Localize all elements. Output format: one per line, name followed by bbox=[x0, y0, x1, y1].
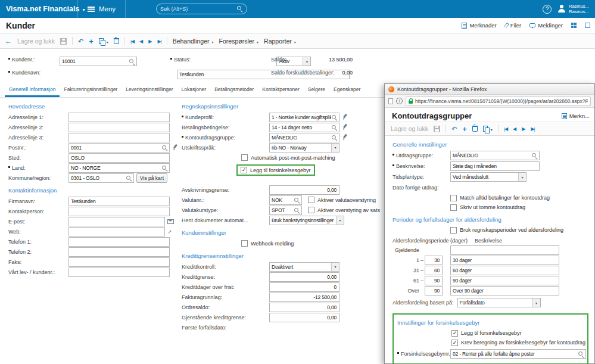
tab-betalingsmetoder[interactable]: Betalingsmetoder bbox=[210, 86, 258, 97]
aging-current-desc-input[interactable] bbox=[451, 246, 559, 254]
edit-icon[interactable] bbox=[342, 114, 348, 120]
main-menu-button[interactable]: Meny bbox=[77, 0, 126, 18]
invoice-basis-input[interactable] bbox=[270, 293, 339, 301]
fetch-documents-select[interactable]: Bruk bankstyringsinnstillinger bbox=[269, 216, 344, 225]
last-record-icon[interactable] bbox=[531, 126, 534, 132]
popup-notes-button[interactable]: Merkn... bbox=[562, 113, 590, 119]
user-menu[interactable]: Rasmus... Rasmus... bbox=[557, 4, 593, 15]
credit-control-select[interactable]: Deaktivert bbox=[269, 262, 339, 272]
lookup-icon[interactable] bbox=[578, 351, 584, 357]
aging-to-input[interactable] bbox=[425, 276, 442, 284]
aging-desc-input[interactable] bbox=[451, 266, 559, 274]
aging-to-input[interactable] bbox=[425, 256, 442, 264]
first-record-icon[interactable] bbox=[504, 126, 507, 132]
aging-based-on-select[interactable]: Forfallsdato bbox=[457, 298, 541, 307]
description-input[interactable] bbox=[451, 163, 539, 170]
address-line2-input[interactable] bbox=[69, 123, 169, 131]
back-icon[interactable] bbox=[5, 37, 12, 45]
order-balance-input[interactable] bbox=[270, 303, 339, 311]
email-input[interactable] bbox=[69, 217, 164, 225]
lookup-icon[interactable] bbox=[162, 145, 168, 151]
late-fee-id-input[interactable] bbox=[451, 350, 585, 358]
search-input[interactable] bbox=[160, 6, 237, 12]
customer-class-input[interactable] bbox=[270, 113, 339, 121]
info-icon[interactable] bbox=[396, 98, 403, 104]
previous-record-icon[interactable] bbox=[139, 39, 143, 44]
lookup-icon[interactable] bbox=[162, 166, 168, 172]
first-record-icon[interactable] bbox=[130, 39, 134, 44]
edit-icon[interactable] bbox=[172, 144, 178, 151]
envelope-icon[interactable] bbox=[167, 219, 174, 224]
lookup-icon[interactable] bbox=[129, 59, 135, 65]
messages-button[interactable]: Meldinger bbox=[529, 22, 563, 29]
lookup-icon[interactable] bbox=[332, 125, 338, 131]
web-input[interactable] bbox=[69, 228, 164, 235]
customer-no-input[interactable] bbox=[60, 58, 136, 66]
lookup-icon[interactable] bbox=[294, 198, 300, 204]
lookup-icon[interactable] bbox=[332, 115, 338, 121]
url-field[interactable]: https://finance.visma.net/0815071059/(W(… bbox=[406, 97, 591, 106]
lookup-icon[interactable] bbox=[332, 135, 338, 141]
our-ref-input[interactable] bbox=[69, 268, 169, 276]
statement-group-input[interactable] bbox=[451, 152, 539, 160]
add-icon[interactable] bbox=[89, 37, 94, 46]
remaining-credit-input[interactable] bbox=[270, 313, 339, 321]
print-empty-checkbox[interactable] bbox=[450, 204, 457, 211]
undo-icon[interactable] bbox=[78, 38, 83, 45]
require-late-fee-checkbox[interactable] bbox=[451, 340, 458, 346]
match-payments-checkbox[interactable] bbox=[450, 195, 457, 201]
tab-selgere[interactable]: Selgere bbox=[304, 86, 329, 97]
tab-generell-informasjon[interactable]: Generell informasjon bbox=[5, 86, 60, 97]
save-icon[interactable] bbox=[434, 126, 440, 132]
tab-kontaktpersoner[interactable]: Kontaktpersoner bbox=[258, 86, 303, 97]
tab-faktureringsinnstillinger[interactable]: Faktureringsinnstillinger bbox=[60, 86, 122, 97]
grid-icon[interactable] bbox=[571, 23, 577, 28]
popup-titlebar[interactable]: Kontoutdragsgrupper - Mozilla Firefox bbox=[385, 84, 594, 95]
files-button[interactable]: Filer bbox=[505, 22, 521, 29]
municipality-input[interactable] bbox=[69, 174, 133, 182]
tab-egenskaper[interactable]: Egenskaper bbox=[329, 86, 365, 97]
city-input[interactable] bbox=[69, 154, 169, 161]
page-icon[interactable] bbox=[388, 98, 393, 104]
fiscal-periods-checkbox[interactable] bbox=[450, 227, 457, 234]
postal-code-input[interactable] bbox=[69, 144, 169, 151]
aging-desc-input[interactable] bbox=[451, 287, 559, 294]
next-record-icon[interactable] bbox=[148, 39, 152, 44]
app-brand-menu[interactable]: Visma.net Financials bbox=[6, 0, 85, 18]
phone1-input[interactable] bbox=[69, 238, 169, 245]
writeoff-limit-input[interactable] bbox=[270, 186, 339, 194]
next-record-icon[interactable] bbox=[522, 126, 525, 132]
last-record-icon[interactable] bbox=[157, 39, 161, 44]
credit-limit-input[interactable] bbox=[270, 273, 339, 281]
payment-terms-input[interactable] bbox=[270, 123, 339, 131]
tab-lokasjoner[interactable]: Lokasjoner bbox=[177, 86, 211, 97]
company-name-input[interactable] bbox=[69, 197, 169, 205]
delete-icon[interactable] bbox=[114, 38, 119, 44]
external-link-icon[interactable] bbox=[167, 229, 172, 235]
aging-desc-input[interactable] bbox=[451, 256, 559, 264]
previous-record-icon[interactable] bbox=[513, 126, 516, 132]
reports-menu[interactable]: Rapporter bbox=[264, 38, 296, 45]
lookup-icon[interactable] bbox=[532, 153, 538, 159]
address-line3-input[interactable] bbox=[69, 133, 169, 141]
phone2-input[interactable] bbox=[69, 248, 169, 256]
show-map-button[interactable]: Vis på kart bbox=[136, 173, 167, 183]
undo-icon[interactable] bbox=[451, 125, 457, 133]
search-icon[interactable] bbox=[237, 6, 243, 12]
notes-button[interactable]: Merknader bbox=[462, 22, 496, 29]
aging-to-input[interactable] bbox=[425, 287, 442, 294]
country-input[interactable] bbox=[69, 164, 169, 172]
copy-paste-button[interactable] bbox=[99, 38, 108, 45]
delete-icon[interactable] bbox=[472, 126, 478, 132]
contact-person-input[interactable] bbox=[69, 207, 169, 215]
global-search[interactable] bbox=[156, 4, 247, 14]
lookup-icon[interactable] bbox=[126, 176, 132, 182]
fax-input[interactable] bbox=[69, 258, 169, 266]
add-late-fee-checkbox[interactable] bbox=[451, 330, 458, 337]
inquiries-menu[interactable]: Forespørsler bbox=[219, 38, 259, 45]
lookup-icon[interactable] bbox=[294, 208, 300, 214]
aging-desc-input[interactable] bbox=[451, 276, 559, 284]
address-line1-input[interactable] bbox=[69, 113, 169, 121]
tab-leveringsinnstillinger[interactable]: Leveringsinnstillinger bbox=[122, 86, 177, 97]
schedule-type-select[interactable]: Ved månedsslutt bbox=[450, 172, 527, 182]
